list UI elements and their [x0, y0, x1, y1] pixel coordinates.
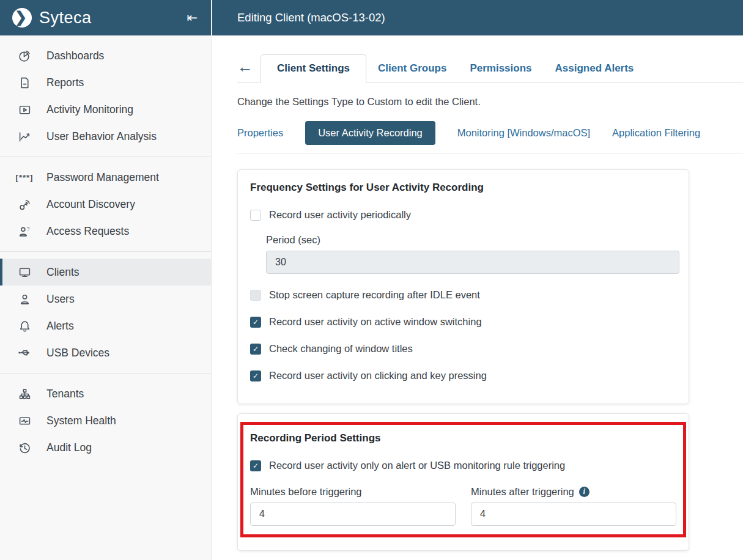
key-signal-icon	[17, 197, 32, 212]
syteca-logo[interactable]: ❯ Syteca	[12, 8, 92, 28]
checkbox-window-titles[interactable]: ✓	[250, 344, 261, 355]
sidebar-group-analytics: Dashboards Reports Activity Monitoring U…	[0, 35, 211, 157]
document-icon	[17, 75, 32, 90]
sidebar-item-audit-log[interactable]: Audit Log	[0, 434, 211, 461]
sidebar-item-system-health[interactable]: System Health	[0, 407, 211, 434]
sidebar-item-reports[interactable]: Reports	[0, 69, 211, 96]
usb-icon	[17, 345, 32, 360]
checkbox-label: Stop screen capture recording after IDLE…	[269, 289, 480, 301]
card-title: Frequency Settings for User Activity Rec…	[250, 182, 676, 194]
tab-bar: ← Client Settings Client Groups Permissi…	[237, 54, 743, 83]
card-title: Recording Period Settings	[250, 432, 676, 444]
sidebar-item-label: Audit Log	[46, 441, 92, 454]
org-tree-icon	[17, 386, 32, 401]
checkbox-row-window-titles: ✓ Check changing of window titles	[250, 343, 676, 355]
minutes-before-label: Minutes before triggering	[250, 486, 456, 498]
logo-text: Syteca	[39, 9, 92, 28]
history-clock-icon	[17, 440, 32, 455]
frequency-settings-card: Frequency Settings for User Activity Rec…	[237, 169, 689, 404]
checkbox-label: Record user activity only on alert or US…	[269, 460, 565, 471]
recording-period-card: Recording Period Settings ✓ Record user …	[237, 413, 689, 551]
password-asterisks-icon: [***]	[17, 170, 32, 185]
sidebar-item-label: System Health	[46, 414, 116, 427]
sidebar-item-label: Alerts	[46, 320, 74, 333]
minutes-after-label: Minutes after triggering	[471, 486, 574, 498]
checkbox-row-periodically: Record user activity periodically	[250, 209, 676, 221]
sidebar-item-label: Clients	[46, 266, 79, 279]
syteca-logo-icon: ❯	[12, 8, 32, 28]
checkbox-window-switching[interactable]: ✓	[250, 317, 261, 328]
sidebar-item-label: Reports	[46, 76, 84, 89]
subtab-bar: Properties User Activity Recording Monit…	[237, 121, 743, 153]
sidebar-item-access-requests[interactable]: ? Access Requests	[0, 218, 211, 245]
sidebar-item-label: User Behavior Analysis	[46, 130, 157, 143]
checkbox-alert-usb-triggering[interactable]: ✓	[250, 460, 261, 471]
checkbox-row-idle: Stop screen capture recording after IDLE…	[250, 289, 676, 301]
monitor-icon	[17, 265, 32, 279]
red-highlight-box: Recording Period Settings ✓ Record user …	[240, 422, 686, 537]
sidebar-item-tenants[interactable]: Tenants	[0, 380, 211, 407]
checkbox-row-alert-usb: ✓ Record user activity only on alert or …	[250, 460, 676, 471]
person-icon	[17, 292, 32, 306]
sidebar-item-users[interactable]: Users	[0, 286, 211, 312]
sidebar-group-system: Tenants System Health Audit Log	[0, 373, 211, 468]
sidebar-item-label: Dashboards	[46, 50, 104, 62]
svg-text:?: ?	[26, 226, 29, 232]
sidebar-item-usb-devices[interactable]: USB Devices	[0, 339, 211, 366]
checkbox-label: Record user activity on active window sw…	[269, 316, 482, 328]
subtab-monitoring[interactable]: Monitoring [Windows/macOS]	[457, 127, 590, 139]
content: ← Client Settings Client Groups Permissi…	[212, 54, 743, 560]
subtab-application-filtering[interactable]: Application Filtering	[612, 127, 700, 139]
trend-chart-icon	[17, 129, 32, 144]
sidebar-item-dashboards[interactable]: Dashboards	[0, 42, 211, 69]
checkbox-label: Check changing of window titles	[269, 343, 413, 355]
period-input[interactable]	[266, 251, 679, 274]
sidebar-group-entities: Clients Users Alerts USB Devices	[0, 251, 211, 373]
checkbox-stop-after-idle[interactable]	[250, 290, 261, 301]
sidebar-item-label: Access Requests	[46, 225, 129, 238]
info-icon[interactable]: i	[579, 487, 590, 497]
trigger-minutes-fields: Minutes before triggering Minutes after …	[250, 486, 676, 526]
period-label: Period (sec)	[266, 234, 676, 246]
collapse-sidebar-icon[interactable]: ⇤	[187, 10, 198, 25]
sidebar-item-label: USB Devices	[46, 347, 109, 359]
period-field-block: Period (sec)	[266, 234, 676, 274]
pie-chart-icon	[17, 48, 32, 63]
monitor-pulse-icon	[17, 413, 32, 428]
page-title: Editing Client (macOS-13-02)	[237, 11, 385, 24]
bell-icon	[17, 319, 32, 333]
minutes-after-input[interactable]	[471, 503, 676, 526]
checkbox-row-click-key: ✓ Record user activity on clicking and k…	[250, 370, 676, 381]
back-arrow-icon[interactable]: ←	[237, 59, 253, 75]
tab-client-settings[interactable]: Client Settings	[261, 54, 366, 83]
sidebar-item-alerts[interactable]: Alerts	[0, 312, 211, 339]
minutes-after-block: Minutes after triggering i	[471, 486, 676, 526]
subtab-properties[interactable]: Properties	[237, 127, 283, 139]
sidebar-item-password-management[interactable]: [***] Password Management	[0, 164, 211, 191]
sidebar-item-label: Password Management	[46, 171, 159, 184]
sidebar-item-user-behavior-analysis[interactable]: User Behavior Analysis	[0, 123, 211, 150]
sidebar-item-label: Account Discovery	[46, 198, 135, 211]
person-question-icon: ?	[17, 224, 32, 238]
sidebar-item-label: Activity Monitoring	[46, 103, 133, 116]
subtab-user-activity-recording[interactable]: User Activity Recording	[305, 121, 435, 145]
play-screen-icon	[17, 102, 32, 117]
settings-type-notice: Change the Settings Type to Custom to ed…	[237, 96, 743, 108]
sidebar-item-label: Tenants	[46, 388, 84, 400]
tab-assigned-alerts[interactable]: Assigned Alerts	[544, 55, 646, 83]
checkbox-click-key-pressing[interactable]: ✓	[250, 370, 261, 381]
minutes-before-input[interactable]	[250, 503, 456, 526]
sidebar-item-account-discovery[interactable]: Account Discovery	[0, 191, 211, 218]
sidebar-header: ❯ Syteca ⇤	[0, 0, 211, 35]
sidebar-item-clients[interactable]: Clients	[0, 259, 211, 286]
sidebar-item-label: Users	[46, 293, 75, 306]
sidebar-item-activity-monitoring[interactable]: Activity Monitoring	[0, 96, 211, 123]
sidebar: ❯ Syteca ⇤ Dashboards Reports Activity M…	[0, 0, 212, 560]
checkbox-row-window-switching: ✓ Record user activity on active window …	[250, 316, 676, 328]
checkbox-label: Record user activity on clicking and key…	[269, 370, 487, 381]
tab-client-groups[interactable]: Client Groups	[366, 55, 458, 83]
tab-permissions[interactable]: Permissions	[458, 55, 543, 83]
minutes-before-block: Minutes before triggering	[250, 486, 456, 526]
checkbox-record-periodically[interactable]	[250, 210, 261, 221]
main-area: Editing Client (macOS-13-02) ← Client Se…	[212, 0, 743, 560]
